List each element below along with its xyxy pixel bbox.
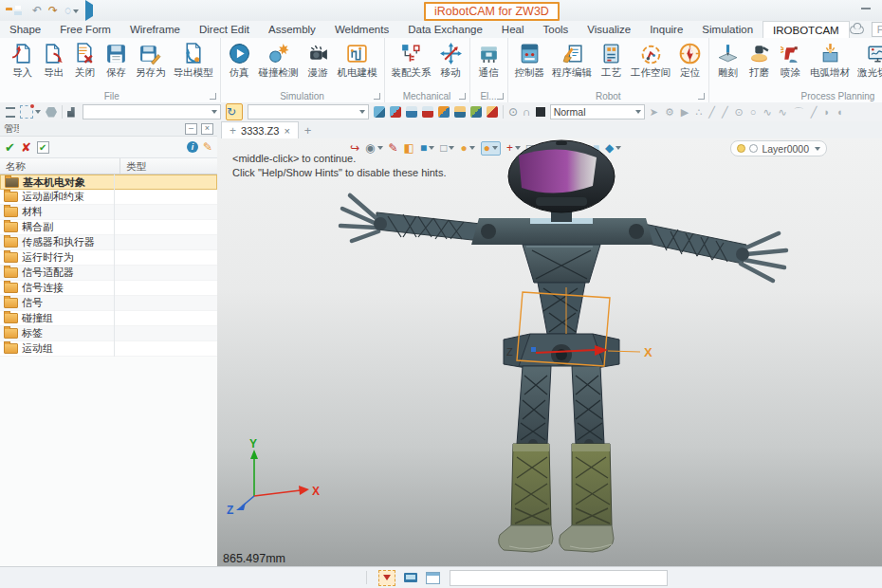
filter-combobox[interactable] [83, 104, 221, 119]
panel-close-icon[interactable]: × [201, 123, 213, 135]
doc-up-icon[interactable] [406, 106, 417, 118]
cancel-icon[interactable]: ✘ [21, 140, 31, 155]
tree-row[interactable]: 信号适配器 [0, 266, 217, 281]
save-as-button[interactable]: 另存为 [132, 40, 170, 80]
tree-row[interactable]: 运行时行为 [0, 250, 217, 266]
menu-tab[interactable]: Assembly [259, 21, 325, 38]
engrave-button[interactable]: 雕刻 [712, 40, 744, 80]
menu-tab[interactable]: Wireframe [120, 21, 190, 38]
window-mode-icon[interactable] [426, 572, 440, 584]
spray-button[interactable]: 喷涂 [775, 40, 806, 80]
save-button[interactable]: 保存 [101, 40, 132, 80]
controller-button[interactable]: 控制器 [511, 40, 549, 80]
import-button[interactable]: 导入 [7, 40, 38, 80]
minimize-button[interactable] [861, 8, 871, 9]
graphics-area[interactable]: ↪ ◉ ✎ ◧ ■ [217, 138, 882, 567]
folder-tool-icon[interactable] [454, 106, 466, 118]
program-edit-button[interactable]: 程序编辑 [548, 40, 596, 80]
roam-button[interactable]: 漫游 [303, 40, 334, 80]
tree-row[interactable]: 信号连接 [0, 281, 217, 296]
menu-tab[interactable]: Direct Edit [190, 21, 259, 38]
menu-tab[interactable]: Tools [533, 21, 578, 38]
menu-tab[interactable]: Heal [492, 21, 534, 38]
simulate-button[interactable]: 仿真 [224, 40, 255, 80]
menu-tab[interactable]: Simulation [692, 21, 763, 38]
curve-icon[interactable]: ∩ [523, 106, 531, 118]
tree-row[interactable]: 碰撞组 [0, 311, 217, 326]
circle-icon[interactable]: ○ [750, 107, 757, 118]
wave-icon[interactable]: ∿ [779, 107, 787, 118]
redo-icon[interactable]: ↷ [48, 5, 58, 16]
play-tool-icon[interactable]: ▶ [681, 107, 689, 118]
column-header-type[interactable]: 类型 [120, 158, 217, 174]
mode-combobox[interactable]: Normal [550, 104, 645, 119]
surface-icon[interactable]: ◗ [823, 107, 830, 118]
menu-tab[interactable]: Weldments [325, 21, 398, 38]
auto-regen-icon[interactable]: ↻ [226, 103, 243, 120]
status-input[interactable] [450, 570, 668, 586]
play-icon[interactable] [85, 5, 93, 16]
polygon-pick-icon[interactable] [46, 107, 57, 118]
undo-icon[interactable]: ↶ [32, 5, 42, 16]
menu-tab[interactable]: Visualize [578, 21, 640, 38]
column-header-name[interactable]: 名称 [0, 158, 120, 174]
line-icon[interactable]: ╱ [708, 107, 715, 118]
tree-row[interactable]: 运动副和约束 [0, 190, 217, 205]
solid-icon[interactable]: ◖ [836, 107, 843, 118]
tree-row[interactable]: 运动组 [0, 341, 217, 357]
polish-button[interactable]: 打磨 [744, 40, 775, 80]
move-button[interactable]: 移动 [435, 40, 467, 80]
filter-toggle-icon[interactable] [378, 570, 395, 586]
mechatronic-modeling-button[interactable]: 机电建模 [334, 40, 381, 80]
process-button[interactable]: 工艺 [596, 40, 627, 80]
selection-filter-icon[interactable]: ◌ [64, 4, 79, 17]
tab-close-icon[interactable]: × [284, 125, 289, 137]
menu-tab[interactable]: Inquire [640, 21, 692, 38]
dialog-launcher-icon[interactable] [698, 93, 705, 100]
menu-tab[interactable]: Shape [0, 21, 50, 38]
export-button[interactable]: 导出 [38, 40, 69, 80]
tree-row[interactable]: 材料 [0, 205, 217, 220]
laser-cut-button[interactable]: 激光切割 [854, 40, 882, 80]
pick-filter-icon[interactable] [20, 105, 41, 119]
spline-icon[interactable]: ∿ [763, 107, 771, 118]
panel-minimize-icon[interactable]: – [185, 123, 197, 135]
arc-additive-button[interactable]: 电弧增材 [806, 40, 854, 80]
record-icon[interactable]: ⊙ [508, 106, 518, 118]
table-tool-icon[interactable] [487, 106, 498, 118]
info-icon[interactable] [187, 141, 198, 153]
paste-icon[interactable] [390, 106, 401, 118]
tree-row[interactable]: 基本机电对象 [0, 175, 217, 190]
dialog-launcher-icon[interactable] [497, 93, 504, 100]
checkbox-apply-icon[interactable]: ✔ [37, 141, 49, 154]
dialog-launcher-icon[interactable] [459, 93, 466, 100]
tree-row[interactable]: 标签 [0, 326, 217, 341]
search-input[interactable] [872, 22, 882, 37]
tree-row[interactable]: 传感器和执行器 [0, 235, 217, 250]
display-icon[interactable] [404, 573, 417, 582]
gear-tool-icon[interactable]: ⚙ [665, 107, 674, 118]
menu-tab[interactable]: Free Form [50, 21, 120, 38]
points-icon[interactable]: ∴ [695, 107, 702, 118]
edit-icon[interactable]: ✎ [203, 141, 212, 153]
scope-combobox[interactable] [248, 104, 369, 119]
robot-model[interactable]: X Z Y X Z [217, 138, 882, 567]
clipboard-icon[interactable] [374, 106, 385, 118]
polyline-icon[interactable]: ╱ [722, 107, 728, 118]
assembly-relation-button[interactable]: 装配关系 [388, 40, 435, 80]
close-button[interactable]: 关闭 [69, 40, 101, 80]
export-model-button[interactable]: 导出模型 [170, 40, 217, 80]
dialog-launcher-icon[interactable] [210, 93, 216, 100]
layer-tool-icon[interactable] [470, 106, 482, 118]
link-icon[interactable] [438, 106, 450, 118]
arc-icon[interactable]: ⌒ [794, 107, 804, 118]
cursor-icon[interactable]: ➤ [650, 107, 658, 118]
tree-row[interactable]: 耦合副 [0, 220, 217, 235]
confirm-icon[interactable]: ✔ [5, 140, 15, 155]
list-filter-icon[interactable] [6, 107, 15, 118]
positioning-button[interactable]: 定位 [674, 40, 706, 80]
new-tab-button[interactable]: + [304, 123, 312, 138]
tree-row[interactable]: 信号 [0, 296, 217, 311]
visibility-icon[interactable] [67, 107, 78, 118]
collision-check-button[interactable]: 碰撞检测 [255, 40, 303, 80]
